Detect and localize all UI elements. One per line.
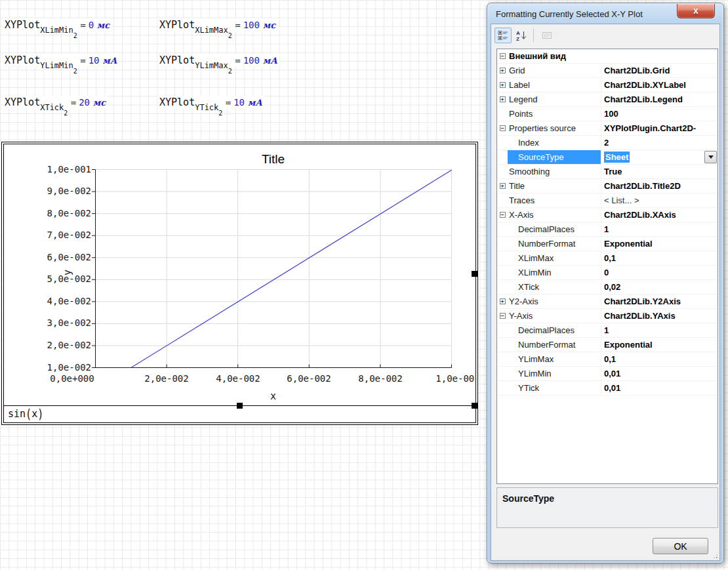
expand-gutter (497, 323, 508, 337)
property-row[interactable]: DecimalPlaces1 (497, 323, 718, 338)
property-row[interactable]: YLimMin0,01 (497, 367, 718, 381)
property-row[interactable]: Index2 (497, 136, 718, 150)
expand-plus-icon[interactable]: + (500, 96, 506, 102)
math-region[interactable]: XYPlotYTick2≔10мА (157, 96, 264, 109)
property-name: Grid (508, 64, 601, 77)
property-value[interactable]: 0 (601, 266, 718, 279)
property-value[interactable]: Chart2DLib.Grid (601, 64, 718, 77)
property-row[interactable]: +LegendChart2DLib.Legend (497, 92, 718, 107)
plot-svg (90, 169, 455, 370)
property-value[interactable]: True (601, 165, 718, 178)
property-name: Traces (508, 193, 601, 207)
property-value[interactable]: Exponential (601, 338, 718, 352)
property-value-text: Chart2DLib.Y2Axis (604, 296, 681, 306)
math-subscript: YLimMax (195, 61, 228, 70)
expand-plus-icon[interactable]: + (500, 68, 506, 73)
property-row[interactable]: NumberFormatExponential (497, 237, 718, 251)
property-grid-toolbar: A Z (493, 26, 718, 45)
math-index: 2 (64, 110, 68, 117)
math-region[interactable]: XYPlotXTick2≔20мс (3, 96, 108, 109)
property-value[interactable]: 0,01 (601, 381, 718, 395)
property-value[interactable]: Exponential (601, 237, 718, 251)
property-value[interactable]: Sheet (601, 150, 718, 164)
math-subscript: YLimMin (40, 61, 73, 70)
expand-gutter (497, 237, 508, 251)
math-region[interactable]: XYPlotYLimMin2≔10мА (3, 54, 119, 67)
property-value[interactable]: 1 (601, 222, 718, 236)
ok-button[interactable]: OK (653, 538, 708, 554)
property-row[interactable]: −Y-AxisChart2DLib.YAxis (497, 309, 718, 323)
property-value[interactable]: Chart2DLib.XYLabel (601, 78, 718, 92)
property-value[interactable]: Chart2DLib.XAxis (601, 208, 718, 222)
xy-plot-region[interactable]: Title 1,0e-0019,0e-0028,0e-0027,0e-0026,… (1, 142, 478, 425)
y-tick-label: 3,0e-002 (4, 317, 91, 328)
property-row[interactable]: +Y2-AxisChart2DLib.Y2Axis (497, 295, 718, 309)
dialog-titlebar[interactable]: Formatting Currently Selected X-Y Plot x (487, 3, 723, 24)
expand-minus-icon[interactable]: − (500, 125, 506, 131)
x-tick-label: 0,0e+000 (43, 373, 102, 384)
categorized-button[interactable] (495, 28, 512, 43)
property-value[interactable]: Chart2DLib.Title2D (601, 179, 718, 193)
formatting-dialog: Formatting Currently Selected X-Y Plot x (487, 3, 724, 563)
resize-grip[interactable] (712, 553, 718, 558)
property-row[interactable]: +GridChart2DLib.Grid (497, 64, 718, 78)
property-value[interactable]: 0,1 (601, 251, 718, 265)
property-value-text: XYPlotPlugin.Chart2D- (604, 123, 696, 133)
property-row[interactable]: YTick0,01 (497, 381, 718, 396)
property-value[interactable]: 0,01 (601, 367, 718, 380)
selection-handle-right[interactable] (472, 271, 477, 277)
property-row[interactable]: XLimMin0 (497, 266, 718, 280)
property-value[interactable]: 1 (601, 323, 718, 337)
selection-handle-bottom-right[interactable] (472, 403, 477, 409)
expand-gutter (497, 150, 508, 164)
y-tick-label: 6,0e-002 (4, 252, 91, 262)
property-rows: −Внешний вид+GridChart2DLib.Grid+LabelCh… (497, 49, 718, 396)
property-row[interactable]: XTick0,02 (497, 280, 718, 295)
property-row[interactable]: −Properties sourceXYPlotPlugin.Chart2D- (497, 121, 718, 136)
math-region[interactable]: XYPlotYLimMax2≔100мА (157, 54, 279, 67)
xy-plot-frame: Title 1,0e-0019,0e-0028,0e-0027,0e-0026,… (3, 144, 476, 423)
expand-plus-icon[interactable]: + (500, 298, 506, 304)
plot-canvas: Title 1,0e-0019,0e-0028,0e-0027,0e-0026,… (4, 144, 475, 405)
property-row[interactable]: NumberFormatExponential (497, 338, 718, 352)
math-variable: XYPlot (159, 54, 195, 66)
property-value[interactable]: Chart2DLib.YAxis (601, 309, 718, 323)
property-row[interactable]: +LabelChart2DLib.XYLabel (497, 78, 718, 92)
property-value[interactable]: 0,1 (601, 352, 718, 366)
property-value[interactable]: Chart2DLib.Y2Axis (601, 295, 718, 308)
math-value: 100 (243, 20, 260, 30)
property-value-text: 0,02 (604, 282, 620, 292)
close-button[interactable]: x (677, 4, 715, 18)
math-value: 20 (79, 97, 90, 108)
property-row[interactable]: YLimMax0,1 (497, 352, 718, 367)
dropdown-button[interactable] (704, 151, 717, 163)
expand-plus-icon[interactable]: + (500, 183, 506, 189)
categorized-icon (498, 30, 508, 41)
property-value[interactable]: Chart2DLib.Legend (601, 92, 718, 106)
property-row[interactable]: SmoothingTrue (497, 165, 718, 179)
expand-minus-icon[interactable]: − (500, 212, 506, 218)
property-value[interactable]: XYPlotPlugin.Chart2D- (601, 121, 718, 135)
property-value[interactable]: < List... > (601, 193, 718, 207)
property-row[interactable]: Points100 (497, 107, 718, 121)
property-row[interactable]: DecimalPlaces1 (497, 222, 718, 237)
property-row[interactable]: −X-AxisChart2DLib.XAxis (497, 208, 718, 222)
math-region[interactable]: XYPlotXLimMax2≔100мс (157, 18, 277, 31)
property-category-row[interactable]: −Внешний вид (497, 49, 718, 64)
expand-minus-icon[interactable]: − (500, 53, 506, 59)
property-value[interactable]: 100 (601, 107, 718, 121)
property-row[interactable]: SourceTypeSheet (497, 150, 718, 165)
math-region[interactable]: XYPlotXLimMin2≔0мс (3, 18, 111, 31)
property-row[interactable]: XLimMax0,1 (497, 251, 718, 266)
property-value[interactable]: 2 (601, 136, 718, 150)
svg-text:Z: Z (516, 36, 519, 41)
alphabetical-sort-button[interactable]: A Z (513, 28, 530, 43)
property-name: Y-Axis (508, 309, 601, 323)
selection-handle-bottom[interactable] (237, 403, 243, 409)
property-row[interactable]: Traces< List... > (497, 193, 718, 208)
property-value[interactable]: 0,02 (601, 280, 718, 294)
property-row[interactable]: +TitleChart2DLib.Title2D (497, 179, 718, 193)
expand-minus-icon[interactable]: − (500, 313, 506, 319)
expand-plus-icon[interactable]: + (500, 82, 506, 88)
math-subscript: XTick (40, 103, 64, 112)
